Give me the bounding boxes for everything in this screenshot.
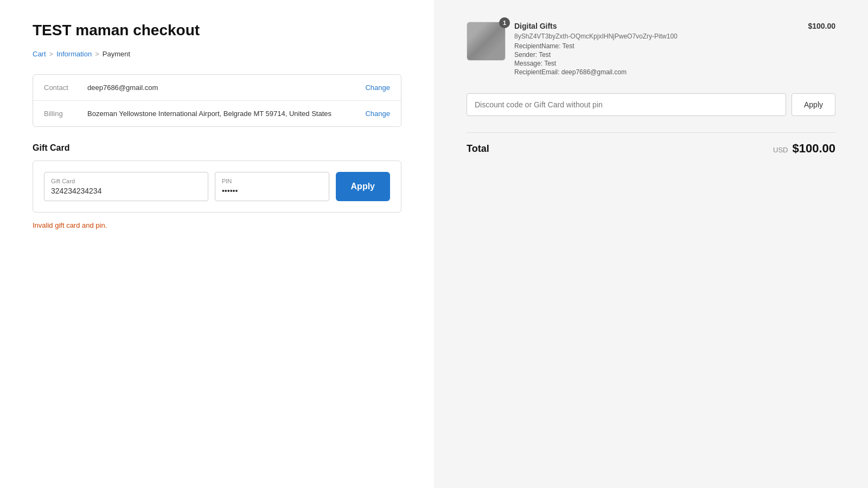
discount-apply-button[interactable]: Apply (792, 93, 835, 116)
store-title: TEST maman checkout (33, 22, 401, 39)
gift-card-inputs: Gift Card 324234234234 PIN •••••• Apply (44, 172, 390, 201)
contact-row: Contact deep7686@gmail.com Change (33, 75, 401, 101)
product-row: 1 Digital Gifts 8yShZ4VT3byZxth-OQmcKpjx… (467, 22, 835, 77)
gift-card-number-value: 324234234234 (51, 187, 201, 195)
contact-billing-box: Contact deep7686@gmail.com Change Billin… (33, 74, 401, 127)
contact-change-link[interactable]: Change (365, 84, 390, 92)
billing-value: Bozeman Yellowstone International Airpor… (87, 110, 365, 118)
total-row: Total USD $100.00 (467, 132, 835, 156)
product-image-wrapper: 1 (467, 22, 506, 61)
gift-card-pin-value: •••••• (222, 187, 322, 195)
gift-card-number-field[interactable]: Gift Card 324234234234 (44, 172, 208, 201)
billing-row: Billing Bozeman Yellowstone Internationa… (33, 101, 401, 126)
discount-row: Apply (467, 93, 835, 116)
breadcrumb-sep-1: > (49, 50, 54, 58)
product-image (467, 22, 506, 61)
discount-input[interactable] (467, 93, 786, 116)
gift-card-apply-button[interactable]: Apply (336, 172, 390, 201)
total-amount: $100.00 (792, 142, 835, 156)
left-panel: TEST maman checkout Cart > Information >… (0, 0, 434, 488)
contact-value: deep7686@gmail.com (87, 84, 365, 92)
contact-label: Contact (44, 84, 87, 92)
product-sku: 8yShZ4VT3byZxth-OQmcKpjxIHNjPweO7voZry-P… (514, 33, 799, 40)
product-message: Message: Test (514, 60, 799, 67)
right-panel: 1 Digital Gifts 8yShZ4VT3byZxth-OQmcKpjx… (434, 0, 868, 488)
gift-card-pin-field[interactable]: PIN •••••• (215, 172, 329, 201)
total-value-group: USD $100.00 (773, 142, 835, 156)
total-currency: USD (773, 146, 788, 154)
product-name: Digital Gifts (514, 22, 799, 30)
gift-card-number-label: Gift Card (51, 178, 201, 184)
breadcrumb-sep-2: > (95, 50, 99, 58)
breadcrumb: Cart > Information > Payment (33, 50, 401, 58)
total-label: Total (467, 143, 489, 155)
gift-card-section: Gift Card Gift Card 324234234234 PIN •••… (33, 143, 401, 229)
product-badge: 1 (499, 17, 510, 28)
billing-label: Billing (44, 110, 87, 118)
product-sender: Sender: Test (514, 51, 799, 59)
billing-change-link[interactable]: Change (365, 110, 390, 118)
gift-card-box: Gift Card 324234234234 PIN •••••• Apply (33, 160, 401, 213)
gift-card-title: Gift Card (33, 143, 401, 153)
product-recipient-email: RecipientEmail: deep7686@gmail.com (514, 68, 799, 76)
product-details: Digital Gifts 8yShZ4VT3byZxth-OQmcKpjxIH… (514, 22, 799, 77)
gift-card-pin-label: PIN (222, 178, 322, 184)
breadcrumb-information[interactable]: Information (56, 50, 92, 58)
product-recipient-name: RecipientName: Test (514, 42, 799, 50)
product-price: $100.00 (808, 22, 835, 30)
gift-card-error: Invalid gift card and pin. (33, 221, 401, 229)
breadcrumb-cart[interactable]: Cart (33, 50, 46, 58)
breadcrumb-payment: Payment (103, 50, 130, 58)
